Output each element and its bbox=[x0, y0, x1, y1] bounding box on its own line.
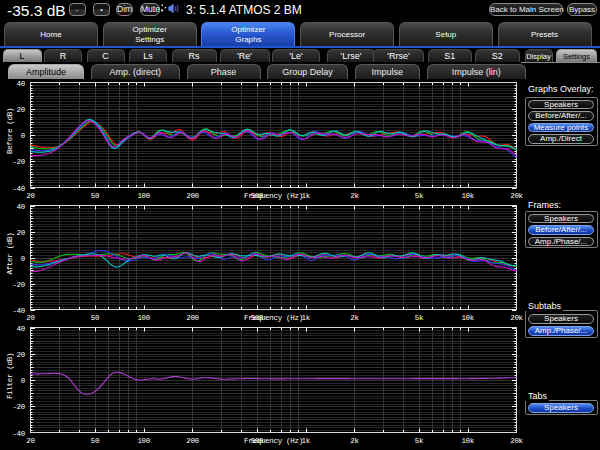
svg-text:20k: 20k bbox=[510, 192, 523, 200]
svg-text:2k: 2k bbox=[350, 437, 359, 445]
svg-text:-40: -40 bbox=[12, 430, 25, 438]
svg-text:20: 20 bbox=[17, 351, 26, 359]
svg-text:200: 200 bbox=[186, 192, 199, 200]
svg-text:Frequency (Hz): Frequency (Hz) bbox=[244, 437, 303, 445]
svg-text:50: 50 bbox=[91, 192, 100, 200]
svg-text:Filter (dB): Filter (dB) bbox=[6, 353, 14, 399]
svg-text:100: 100 bbox=[137, 314, 150, 322]
svg-text:Frequency (Hz): Frequency (Hz) bbox=[244, 192, 303, 200]
svg-text:Frequency (Hz): Frequency (Hz) bbox=[244, 314, 303, 322]
svg-text:-40: -40 bbox=[12, 185, 25, 193]
svg-text:5k: 5k bbox=[415, 314, 424, 322]
svg-text:20k: 20k bbox=[510, 314, 523, 322]
svg-text:2k: 2k bbox=[350, 314, 359, 322]
svg-text:40: 40 bbox=[17, 203, 26, 211]
svg-text:Before (dB): Before (dB) bbox=[6, 108, 14, 154]
svg-text:200: 200 bbox=[186, 437, 199, 445]
svg-text:200: 200 bbox=[186, 314, 199, 322]
svg-text:10k: 10k bbox=[461, 314, 474, 322]
svg-text:20: 20 bbox=[17, 229, 26, 237]
svg-text:20: 20 bbox=[26, 314, 35, 322]
svg-text:-40: -40 bbox=[12, 307, 25, 315]
svg-text:50: 50 bbox=[91, 314, 100, 322]
svg-text:10k: 10k bbox=[461, 192, 474, 200]
svg-text:100: 100 bbox=[137, 192, 150, 200]
svg-text:20: 20 bbox=[26, 437, 35, 445]
svg-text:-20: -20 bbox=[12, 158, 25, 166]
svg-text:-20: -20 bbox=[12, 403, 25, 411]
svg-text:40: 40 bbox=[17, 325, 26, 333]
svg-text:20: 20 bbox=[17, 106, 26, 114]
svg-text:20: 20 bbox=[26, 192, 35, 200]
svg-text:10k: 10k bbox=[461, 437, 474, 445]
svg-text:20k: 20k bbox=[510, 437, 523, 445]
svg-text:-20: -20 bbox=[12, 281, 25, 289]
svg-text:100: 100 bbox=[137, 437, 150, 445]
svg-text:2k: 2k bbox=[350, 192, 359, 200]
svg-text:0: 0 bbox=[21, 377, 26, 385]
svg-text:40: 40 bbox=[17, 80, 26, 88]
svg-text:5k: 5k bbox=[415, 437, 424, 445]
svg-text:After (dB): After (dB) bbox=[6, 232, 14, 274]
svg-text:0: 0 bbox=[21, 255, 26, 263]
svg-text:5k: 5k bbox=[415, 192, 424, 200]
svg-text:50: 50 bbox=[91, 437, 100, 445]
svg-text:0: 0 bbox=[21, 132, 26, 140]
